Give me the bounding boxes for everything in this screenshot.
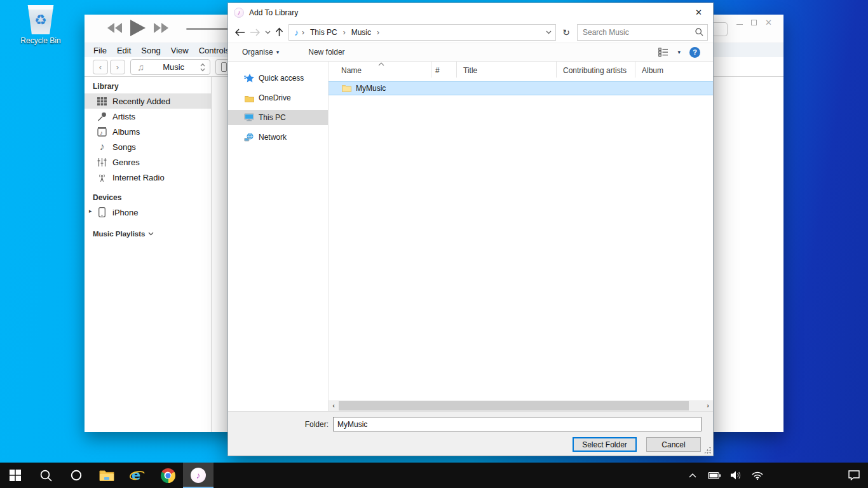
address-bar[interactable]: ♪ › This PC › Music › <box>288 24 556 41</box>
folder-name-input[interactable] <box>333 417 702 431</box>
help-button[interactable]: ? <box>689 47 700 58</box>
volume-icon[interactable] <box>728 466 743 484</box>
recycle-bin-shortcut[interactable]: ♻ Recycle Bin <box>14 5 67 45</box>
sidebar-item-recently-added[interactable]: Recently Added <box>85 93 211 109</box>
itunes-sidebar: Library Recently Added Artists ♪ <box>85 77 212 432</box>
wifi-icon[interactable] <box>750 466 765 484</box>
breadcrumb-separator: › <box>300 28 306 37</box>
search-box <box>577 24 708 41</box>
details-view-icon[interactable] <box>658 48 668 57</box>
scrollbar-thumb[interactable] <box>339 401 689 410</box>
itunes-icon: ♪ <box>191 468 206 483</box>
cancel-button[interactable]: Cancel <box>646 437 701 452</box>
back-button[interactable] <box>234 29 245 36</box>
file-explorer-button[interactable] <box>92 463 122 488</box>
new-folder-button[interactable]: New folder <box>308 48 344 57</box>
refresh-button[interactable]: ↻ <box>559 24 573 41</box>
fast-forward-button[interactable] <box>153 23 168 33</box>
sidebar-item-iphone[interactable]: ▸ iPhone <box>85 205 211 220</box>
file-row-mymusic[interactable]: MyMusic <box>329 81 713 95</box>
dialog-navigation-bar: ♪ › This PC › Music › ↻ <box>228 22 713 43</box>
search-icon[interactable] <box>695 28 703 36</box>
maximize-icon[interactable] <box>751 20 757 25</box>
navpane-quick-access[interactable]: Quick access <box>228 71 328 86</box>
breadcrumb-separator: › <box>341 28 348 37</box>
recent-locations-chevron-icon[interactable] <box>265 30 271 34</box>
updown-chevron-icon <box>200 63 205 72</box>
sidebar-item-label: Albums <box>112 127 140 137</box>
caret-down-icon: ▾ <box>276 49 280 55</box>
disclosure-icon[interactable]: ▸ <box>89 208 92 214</box>
menu-file[interactable]: File <box>88 46 112 55</box>
horizontal-scrollbar[interactable]: ‹ › <box>329 400 713 411</box>
chrome-button[interactable] <box>153 463 183 488</box>
minimize-icon[interactable] <box>736 24 743 25</box>
music-playlists-header[interactable]: Music Playlists <box>85 230 211 238</box>
onedrive-icon <box>244 93 254 103</box>
sidebar-item-genres[interactable]: Genres <box>85 154 211 170</box>
breadcrumb-music[interactable]: Music <box>348 28 375 37</box>
organise-button[interactable]: Organise ▾ <box>242 48 279 57</box>
scroll-left-icon[interactable]: ‹ <box>329 400 339 411</box>
dialog-titlebar[interactable]: ♪ Add To Library ✕ <box>228 3 713 22</box>
internet-explorer-button[interactable]: e <box>122 463 153 488</box>
menu-edit[interactable]: Edit <box>112 46 136 55</box>
taskbar-search-button[interactable] <box>31 463 61 488</box>
sidebar-item-label: Genres <box>112 158 140 167</box>
scroll-right-icon[interactable]: › <box>703 400 713 411</box>
forward-button[interactable] <box>250 29 261 36</box>
play-button[interactable] <box>130 20 146 36</box>
column-header-contributing-artists[interactable]: Contributing artists <box>557 62 635 78</box>
view-dropdown-caret-icon[interactable]: ▾ <box>677 49 681 55</box>
chrome-icon <box>161 468 175 483</box>
itunes-app-icon: ♪ <box>234 8 244 18</box>
sidebar-item-label: iPhone <box>112 208 138 217</box>
sidebar-item-label: Artists <box>112 112 135 121</box>
itunes-back-button[interactable]: ‹ <box>93 60 108 74</box>
navpane-network[interactable]: Network <box>228 130 328 145</box>
menu-view[interactable]: View <box>166 46 194 55</box>
music-playlists-label: Music Playlists <box>93 230 145 238</box>
breadcrumb-this-pc[interactable]: This PC <box>306 28 341 37</box>
navpane-item-label: OneDrive <box>259 93 291 102</box>
column-header-number[interactable]: # <box>431 62 457 78</box>
itunes-taskbar-button[interactable]: ♪ <box>183 463 214 488</box>
breadcrumb-separator: › <box>375 28 381 37</box>
sidebar-item-artists[interactable]: Artists <box>85 109 211 124</box>
column-header-name[interactable]: Name <box>329 62 431 78</box>
itunes-forward-button[interactable]: › <box>110 60 125 74</box>
cortana-button[interactable] <box>61 463 92 488</box>
tray-chevron-up-icon[interactable] <box>685 466 700 484</box>
file-name: MyMusic <box>356 84 386 93</box>
add-to-library-dialog: ♪ Add To Library ✕ ♪ › This PC › Music › <box>227 3 714 456</box>
music-note-icon: ♫ <box>137 62 144 72</box>
rewind-button[interactable] <box>107 23 123 33</box>
album-icon: ♪ <box>97 126 107 137</box>
dialog-title: Add To Library <box>249 8 684 17</box>
close-icon[interactable]: ✕ <box>765 18 772 27</box>
file-list-area: Name # Title Contributing artists Album … <box>328 62 713 411</box>
column-header-album[interactable]: Album <box>635 62 713 78</box>
volume-slider[interactable] <box>186 28 228 30</box>
navpane-onedrive[interactable]: OneDrive <box>228 90 328 105</box>
column-header-title[interactable]: Title <box>457 62 557 78</box>
iphone-icon <box>221 62 227 72</box>
resize-grip[interactable] <box>705 447 711 454</box>
close-icon[interactable]: ✕ <box>684 3 713 22</box>
taskbar: e ♪ <box>0 463 868 488</box>
action-center-icon[interactable] <box>846 466 862 484</box>
file-rows: MyMusic <box>329 78 713 400</box>
sidebar-item-songs[interactable]: ♪ Songs <box>85 139 211 154</box>
sidebar-item-albums[interactable]: ♪ Albums <box>85 124 211 139</box>
radio-tower-icon <box>97 172 107 183</box>
navpane-this-pc[interactable]: This PC <box>228 110 328 125</box>
sidebar-item-internet-radio[interactable]: Internet Radio <box>85 170 211 185</box>
address-dropdown-chevron-icon[interactable] <box>546 30 552 34</box>
up-button[interactable] <box>275 27 283 37</box>
media-kind-dropdown[interactable]: ♫ Music <box>130 59 210 75</box>
menu-song[interactable]: Song <box>136 46 165 55</box>
start-button[interactable] <box>0 463 31 488</box>
select-folder-button[interactable]: Select Folder <box>573 437 637 452</box>
search-input[interactable] <box>583 28 695 37</box>
battery-icon[interactable] <box>707 466 722 484</box>
